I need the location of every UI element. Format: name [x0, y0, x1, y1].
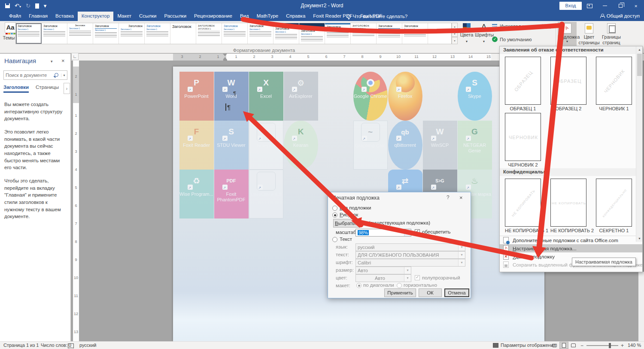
- scrollbar-thumb[interactable]: [637, 54, 642, 76]
- gallery-down-button[interactable]: ▾: [452, 30, 458, 37]
- style-set-card[interactable]: Заголовок Заголовок 1: [299, 23, 325, 44]
- first-line-indent-marker[interactable]: [223, 54, 227, 56]
- scale-combobox[interactable]: 98% ▾: [355, 229, 411, 237]
- scroll-down-icon[interactable]: ▼: [636, 235, 643, 242]
- theme-fonts-button[interactable]: А Шрифты▾: [475, 22, 493, 44]
- ribbon-tab[interactable]: Справка: [282, 12, 309, 21]
- watermark-thumbnail[interactable]: ЧЕРНОВИК ЧЕРНОВИК 1: [596, 57, 632, 111]
- document-scrollbar[interactable]: [638, 272, 644, 341]
- apply-button[interactable]: Применить: [384, 288, 416, 297]
- ribbon-tab[interactable]: Конструктор: [78, 12, 114, 21]
- search-options-icon[interactable]: ▾: [61, 73, 67, 77]
- text-watermark-radio[interactable]: [332, 237, 337, 242]
- navigation-tabs-overflow-button[interactable]: ›: [64, 83, 70, 94]
- style-set-card[interactable]: Заголовок Заголовок 1: [93, 23, 119, 44]
- restore-button[interactable]: [614, 0, 627, 12]
- navigation-tab[interactable]: Заголовки: [3, 85, 29, 93]
- ribbon-display-options-button[interactable]: [583, 0, 596, 12]
- scroll-up-icon[interactable]: ▲: [636, 46, 643, 53]
- search-icon[interactable]: [53, 73, 61, 78]
- style-set-card[interactable]: Заголовок Заголовок 1: [402, 23, 428, 44]
- horizontal-radio[interactable]: [397, 283, 402, 288]
- language-status[interactable]: русский: [79, 343, 96, 348]
- display-settings-button[interactable]: Параметры отображения: [501, 343, 556, 348]
- zoom-in-icon[interactable]: +: [621, 343, 624, 349]
- close-button[interactable]: ×: [629, 0, 642, 12]
- picture-watermark-radio[interactable]: [332, 212, 337, 218]
- watermark-thumbnail[interactable]: ОБРАЗЕЦ ОБРАЗЕЦ 2: [550, 57, 586, 111]
- tell-me-box[interactable]: Что вы хотите сделать?: [343, 12, 411, 21]
- cancel-button[interactable]: Отмена: [444, 288, 469, 297]
- minimize-button[interactable]: [598, 0, 611, 12]
- zoom-level[interactable]: 140 %: [628, 343, 641, 348]
- field-combobox[interactable]: Calibri ▾: [355, 259, 465, 267]
- save-icon[interactable]: [5, 3, 10, 8]
- undo-icon[interactable]: ↶▾: [15, 3, 21, 9]
- ribbon-tab[interactable]: Вставка: [52, 12, 78, 21]
- tab-selector[interactable]: ∟: [71, 53, 79, 60]
- navigation-options-icon[interactable]: ▾: [51, 59, 53, 64]
- choose-picture-button[interactable]: Выбрать...: [333, 219, 361, 228]
- ribbon-tab[interactable]: Макет: [113, 12, 135, 21]
- field-combobox[interactable]: Авто ▾: [355, 267, 411, 274]
- zoom-out-icon[interactable]: −: [580, 343, 583, 349]
- sign-in-button[interactable]: Вход: [559, 2, 582, 10]
- style-set-card[interactable]: Заголовок Заголовок 1: [222, 23, 248, 44]
- customize-qat-icon[interactable]: ▾: [44, 3, 47, 9]
- navigation-close-icon[interactable]: ×: [61, 58, 65, 64]
- ribbon-tab[interactable]: Файл: [5, 12, 25, 21]
- style-set-card[interactable]: ЗАГОЛОВОК ЗАГОЛОВОК 1: [196, 23, 222, 44]
- gallery-up-button[interactable]: ▴: [452, 23, 458, 30]
- style-set-card[interactable]: Заголовок Заголовок 1: [67, 23, 93, 44]
- style-set-card[interactable]: Заголовок Заголовок 1: [377, 23, 402, 44]
- watermark-thumbnail[interactable]: НЕ КОПИРОВАТЬ НЕ КОПИРОВАТЬ 1: [505, 179, 541, 233]
- gallery-scrollbar[interactable]: ▲ ▼: [636, 46, 642, 242]
- semitransparent-checkbox[interactable]: [415, 275, 420, 280]
- style-set-card[interactable]: Заголовок Заголовок 1: [325, 23, 351, 44]
- navigation-tab[interactable]: Страницы: [36, 85, 59, 93]
- watermark-menu-item[interactable]: Дополнительные подложки с сайта Office.c…: [500, 236, 642, 244]
- theme-colors-button[interactable]: Цвета▾: [458, 22, 476, 44]
- web-layout-button[interactable]: [569, 342, 578, 349]
- ribbon-tab[interactable]: Вид: [236, 12, 253, 21]
- ribbon-tab[interactable]: MathType: [253, 12, 283, 21]
- style-set-card[interactable]: Заголовок Заголовок 1: [16, 23, 42, 44]
- watermark-button[interactable]: Подложка ▾: [558, 22, 577, 48]
- zoom-slider-track[interactable]: [586, 345, 618, 346]
- style-set-card[interactable]: Заголовок Заголовок 1: [273, 23, 299, 44]
- watermark-thumbnail[interactable]: ОБРАЗЕЦ ОБРАЗЕЦ 1: [505, 57, 541, 111]
- watermark-thumbnail[interactable]: ЧЕРНОВИК ЧЕРНОВИК 2: [505, 113, 541, 167]
- field-combobox[interactable]: Авто ▾: [355, 274, 411, 282]
- gallery-more-button[interactable]: ▾: [452, 37, 458, 44]
- redo-icon[interactable]: ↻: [26, 3, 30, 9]
- print-layout-button[interactable]: [559, 342, 568, 349]
- style-set-card[interactable]: Заголовок Заголовок 1: [145, 23, 170, 44]
- no-watermark-radio[interactable]: [332, 206, 337, 211]
- watermark-thumbnail[interactable]: КОНФИДЕНЦИАЛЬНО СЕКРЕТНО 1: [596, 179, 632, 233]
- dialog-help-icon[interactable]: ?: [447, 194, 450, 200]
- read-mode-button[interactable]: [550, 342, 559, 349]
- style-set-card[interactable]: ЗАГОЛОВОК ЗАГОЛОВОК 1: [351, 23, 377, 44]
- field-combobox[interactable]: ДЛЯ СЛУЖЕБНОГО ПОЛЬЗОВАНИЯ ▾: [355, 251, 465, 259]
- proofing-icon[interactable]: [68, 343, 74, 348]
- word-count-status[interactable]: Число слов: 0: [41, 343, 71, 348]
- watermark-thumbnail[interactable]: НЕ КОПИРОВАТЬ НЕ КОПИРОВАТЬ 2: [550, 179, 586, 233]
- paragraph-spacing-button[interactable]: Интервал между абзацами ▾: [492, 24, 556, 29]
- watermark-menu-item[interactable]: Настраиваемая подложка...: [500, 244, 642, 252]
- left-indent-marker[interactable]: [223, 60, 227, 61]
- set-default-button[interactable]: ✓ По умолчанию: [492, 36, 556, 42]
- zoom-slider-thumb[interactable]: [609, 343, 611, 348]
- page-count-status[interactable]: Страница 1 из 1: [3, 343, 39, 348]
- diagonal-radio[interactable]: [356, 283, 361, 288]
- style-set-card[interactable]: Заголовок: [170, 23, 196, 44]
- share-button[interactable]: Общий доступ: [600, 13, 640, 18]
- dialog-close-icon[interactable]: ×: [459, 194, 463, 201]
- style-set-card[interactable]: Заголовок Заголовок 1: [119, 23, 145, 44]
- ribbon-tab[interactable]: Рецензирование: [190, 12, 236, 21]
- style-set-card[interactable]: Заголовок Заголовок 1: [42, 23, 67, 44]
- ribbon-tab[interactable]: Главная: [25, 12, 52, 21]
- page-borders-button[interactable]: Границыстраниц: [600, 22, 623, 46]
- ok-button[interactable]: ОК: [419, 288, 442, 297]
- new-document-icon[interactable]: [35, 3, 39, 9]
- style-set-card[interactable]: Заголовок Заголовок 1: [248, 23, 273, 44]
